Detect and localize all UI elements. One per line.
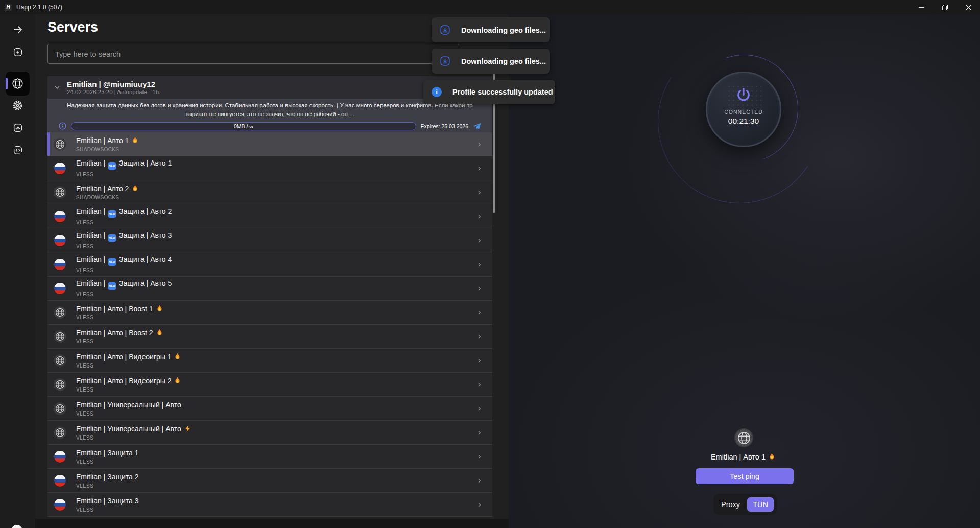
sidebar-item-connect-arrow[interactable] [0, 18, 35, 41]
scrollbar[interactable] [493, 62, 495, 519]
globe-icon [54, 138, 66, 151]
globe-icon [54, 378, 66, 391]
server-protocol: VLESS [76, 292, 172, 297]
server-name: Emitlian | Защита 2 [76, 473, 139, 481]
sidebar-item-routing[interactable] [0, 139, 35, 162]
toast-text: Downloading geo files... [461, 57, 546, 65]
russia-flag-icon [54, 162, 66, 175]
server-protocol: VLESS [76, 435, 192, 441]
server-row[interactable]: Emitlian | NEW Защита | Авто 2 VLESS › [47, 204, 492, 228]
window-controls [910, 0, 980, 14]
restore-button[interactable] [933, 0, 957, 14]
traffic-usage: 0MB / ∞ [234, 123, 253, 129]
chevron-right-icon: › [477, 355, 481, 365]
server-row[interactable]: Emitlian | Авто | Видеоигры 1 VLESS › [47, 349, 492, 373]
page-title: Servers [47, 19, 98, 35]
chevron-right-icon: › [477, 259, 481, 269]
russia-flag-icon [54, 234, 66, 247]
connect-button[interactable]: CONNECTED 00:21:30 [706, 72, 781, 147]
telegram-icon[interactable] [473, 123, 481, 130]
sidebar-item-servers[interactable] [6, 72, 30, 96]
minimize-button[interactable] [910, 0, 933, 14]
toast-downloading-geo-1[interactable]: Downloading geo files... [432, 17, 550, 42]
server-row[interactable]: Emitlian | Авто 1 SHADOWSOCKS › [47, 132, 492, 156]
new-badge-icon: NEW [108, 210, 116, 218]
server-protocol: SHADOWSOCKS [76, 195, 139, 200]
profile-description: Надежная защита данных без логов и хране… [59, 101, 481, 119]
info-icon: i [432, 87, 442, 97]
server-protocol: VLESS [76, 363, 182, 369]
profile-usage-row: 0MB / ∞ Expires: 25.03.2026 [59, 122, 481, 131]
server-row[interactable]: Emitlian | Авто | Видеоигры 2 VLESS › [47, 373, 492, 397]
globe-icon [11, 77, 24, 90]
code-square-icon [12, 145, 23, 156]
new-badge-icon: NEW [108, 258, 116, 266]
panel-bottom-gap [35, 519, 509, 528]
server-row[interactable]: Emitlian | NEW Защита | Авто 1 VLESS › [47, 156, 492, 180]
chevron-right-icon: › [477, 379, 481, 389]
search-input[interactable] [47, 44, 459, 64]
globe-icon [54, 330, 66, 343]
chevron-right-icon: › [477, 187, 481, 197]
russia-flag-icon [54, 498, 66, 511]
server-name: Emitlian | Авто | Видеоигры 2 [76, 377, 182, 385]
chevron-right-icon: › [477, 139, 481, 149]
toast-text: Downloading geo files... [461, 26, 546, 34]
server-row[interactable]: Emitlian | Защита 2 VLESS › [47, 469, 492, 493]
russia-flag-icon [54, 210, 66, 223]
server-protocol: VLESS [76, 459, 139, 465]
server-row[interactable]: Emitlian | NEW Защита | Авто 3 VLESS › [47, 228, 492, 252]
server-name: Emitlian | Авто 2 [76, 185, 139, 193]
traffic-progressbar: 0MB / ∞ [71, 122, 416, 130]
server-row[interactable]: Emitlian | Авто 2 SHADOWSOCKS › [47, 180, 492, 204]
fire-icon [174, 377, 181, 384]
server-row[interactable]: Emitlian | Защита 3 VLESS › [47, 493, 492, 517]
chevron-right-icon: › [477, 499, 481, 510]
close-icon [966, 5, 971, 10]
server-row[interactable]: Emitlian | Авто | Boost 1 VLESS › [47, 301, 492, 325]
server-protocol: VLESS [76, 387, 182, 393]
server-protocol: VLESS [76, 220, 172, 225]
fire-icon [768, 453, 776, 461]
sidebar-item-add-profile[interactable] [0, 41, 35, 63]
download-icon [440, 56, 450, 66]
server-name: Emitlian | Универсальный | Авто [76, 401, 181, 409]
add-square-icon [12, 47, 23, 58]
mode-option-tun[interactable]: TUN [747, 497, 774, 512]
russia-flag-icon [54, 282, 66, 295]
server-protocol: SHADOWSOCKS [76, 147, 139, 152]
sidebar-item-settings[interactable] [0, 94, 35, 117]
close-button[interactable] [957, 0, 980, 14]
server-row[interactable]: Emitlian | NEW Защита | Авто 5 VLESS › [47, 277, 492, 301]
test-ping-button[interactable]: Test ping [696, 468, 794, 484]
server-row[interactable]: Emitlian | NEW Защита | Авто 4 VLESS › [47, 252, 492, 277]
server-protocol: VLESS [76, 411, 181, 417]
server-row[interactable]: Emitlian | Защита 1 VLESS › [47, 445, 492, 469]
server-name: Emitlian | NEW Защита | Авто 2 [76, 207, 172, 218]
mode-option-proxy[interactable]: Proxy [721, 500, 740, 509]
fire-icon [156, 305, 163, 312]
sidebar-selected-indicator [6, 78, 8, 89]
russia-flag-icon [54, 450, 66, 463]
connection-panel: CONNECTED 00:21:30 Emitlian | Авто 1 Tes… [509, 14, 980, 528]
toast-profile-updated[interactable]: i Profile successfully updated [423, 80, 555, 104]
toast-downloading-geo-2[interactable]: Downloading geo files... [432, 49, 550, 74]
profile-meta: 24.02.2026 23:20 | Autoupdate - 1h. [67, 89, 160, 95]
server-name: Emitlian | Авто | Видеоигры 1 [76, 353, 182, 361]
server-protocol: VLESS [76, 244, 172, 249]
minimize-icon [919, 5, 924, 10]
new-badge-icon: NEW [108, 282, 116, 290]
server-name: Emitlian | Универсальный | Авто [76, 425, 192, 433]
usage-info-icon[interactable] [59, 122, 66, 130]
sidebar-item-connection-log[interactable] [0, 117, 35, 139]
fire-icon [131, 185, 139, 192]
server-name: Emitlian | Защита 3 [76, 497, 139, 505]
power-icon [735, 86, 752, 104]
info-button[interactable]: i [11, 525, 22, 528]
toast-text: Profile successfully updated [452, 88, 553, 96]
server-protocol: VLESS [76, 339, 164, 345]
server-row[interactable]: Emitlian | Универсальный | Авто VLESS › [47, 397, 492, 421]
server-row[interactable]: Emitlian | Универсальный | Авто VLESS › [47, 421, 492, 445]
server-row[interactable]: Emitlian | Авто | Boost 2 VLESS › [47, 325, 492, 349]
chevron-right-icon: › [477, 283, 481, 293]
